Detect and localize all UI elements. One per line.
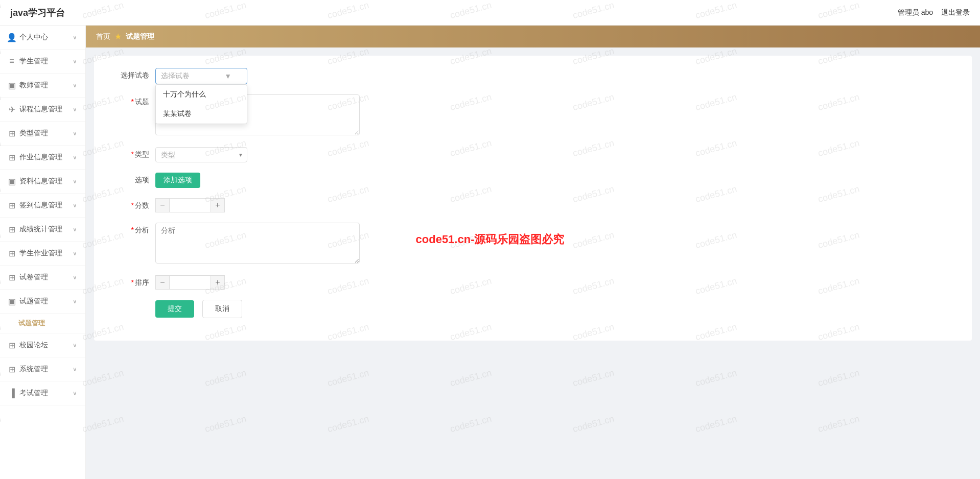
header: java学习平台 管理员 abo 退出登录 bbox=[0, 0, 980, 26]
type-label: 类型 bbox=[114, 147, 155, 159]
sidebar-label-student-hw: 学生作业管理 bbox=[19, 249, 62, 258]
chevron-system: ∨ bbox=[73, 366, 77, 373]
form-row-order: 排序 − + bbox=[114, 275, 951, 290]
sidebar-item-personal[interactable]: 👤 个人中心 ∨ bbox=[0, 26, 85, 50]
chevron-checkin: ∨ bbox=[73, 202, 77, 209]
sidebar-label-score: 成绩统计管理 bbox=[19, 225, 62, 234]
sidebar-item-teacher[interactable]: ▣ 教师管理 ∨ bbox=[0, 74, 85, 98]
sidebar-sub-label-question-mgmt: 试题管理 bbox=[18, 319, 45, 327]
score-stepper: − + bbox=[155, 198, 360, 212]
add-option-button[interactable]: 添加选项 bbox=[155, 173, 200, 188]
sidebar-item-course[interactable]: ✈ 课程信息管理 ∨ bbox=[0, 98, 85, 122]
sidebar-label-course: 课程信息管理 bbox=[19, 105, 62, 114]
chevron-student: ∨ bbox=[73, 58, 77, 65]
exam-dropdown-container: 选择试卷 ▼ 十万个为什么 某某试卷 bbox=[155, 68, 247, 84]
exam-dropdown-arrow: ▼ bbox=[224, 72, 231, 80]
options-label: 选项 bbox=[114, 173, 155, 185]
sidebar-label-exam-paper: 试卷管理 bbox=[19, 273, 48, 282]
options-control: 添加选项 bbox=[155, 173, 360, 188]
sidebar-item-checkin[interactable]: ⊞ 签到信息管理 ∨ bbox=[0, 194, 85, 218]
sidebar-item-homework[interactable]: ⊞ 作业信息管理 ∨ bbox=[0, 146, 85, 170]
form-row-type: 类型 类型 bbox=[114, 147, 951, 162]
type-icon: ⊞ bbox=[8, 130, 15, 137]
main-content: 首页 ★ 试题管理 选择试卷 选择试卷 ▼ 十万个为什么 某某试卷 bbox=[86, 26, 980, 479]
sidebar-label-teacher: 教师管理 bbox=[19, 81, 48, 90]
breadcrumb-home[interactable]: 首页 bbox=[96, 32, 110, 41]
chevron-personal: ∨ bbox=[73, 34, 77, 41]
system-icon: ⊞ bbox=[8, 366, 15, 373]
sidebar-item-system[interactable]: ⊞ 系统管理 ∨ bbox=[0, 357, 85, 381]
sidebar-label-exam-mgmt: 考试管理 bbox=[19, 389, 48, 398]
sidebar-item-exam-paper[interactable]: ⊞ 试卷管理 ∨ bbox=[0, 266, 85, 290]
logout-button[interactable]: 退出登录 bbox=[941, 8, 970, 17]
actions-label-spacer bbox=[114, 300, 155, 303]
sidebar-item-type[interactable]: ⊞ 类型管理 ∨ bbox=[0, 122, 85, 146]
order-stepper: − + bbox=[155, 275, 360, 290]
order-input[interactable] bbox=[170, 275, 211, 290]
score-input[interactable] bbox=[170, 198, 211, 212]
type-select-wrapper: 类型 bbox=[155, 147, 247, 162]
app-title: java学习平台 bbox=[10, 7, 65, 19]
exam-dropdown-menu: 十万个为什么 某某试卷 bbox=[155, 84, 247, 124]
order-control: − + bbox=[155, 275, 360, 290]
score-label: 分数 bbox=[114, 198, 155, 210]
sidebar-item-exam-mgmt[interactable]: ▐ 考试管理 ∨ bbox=[0, 381, 85, 405]
sidebar-item-question[interactable]: ▣ 试题管理 ∨ bbox=[0, 290, 85, 314]
sidebar-item-student-hw[interactable]: ⊞ 学生作业管理 ∨ bbox=[0, 242, 85, 266]
chevron-resource: ∨ bbox=[73, 178, 77, 185]
chevron-student-hw: ∨ bbox=[73, 250, 77, 257]
exam-option-2[interactable]: 某某试卷 bbox=[156, 104, 247, 124]
breadcrumb-bar: 首页 ★ 试题管理 bbox=[86, 26, 980, 47]
sidebar-sub-item-question-mgmt[interactable]: 试题管理 bbox=[0, 314, 85, 333]
score-icon: ⊞ bbox=[8, 226, 15, 233]
submit-button[interactable]: 提交 bbox=[155, 300, 194, 318]
order-label: 排序 bbox=[114, 275, 155, 288]
order-minus-button[interactable]: − bbox=[155, 275, 170, 290]
form-row-analysis: 分析 bbox=[114, 223, 951, 265]
student-icon: ≡ bbox=[8, 58, 15, 65]
header-right: 管理员 abo 退出登录 bbox=[898, 8, 970, 17]
score-plus-button[interactable]: + bbox=[211, 198, 225, 212]
sidebar-label-resource: 资料信息管理 bbox=[19, 177, 62, 186]
homework-icon: ⊞ bbox=[8, 154, 15, 161]
exam-dropdown-placeholder: 选择试卷 bbox=[161, 71, 190, 81]
forum-icon: ⊞ bbox=[8, 342, 15, 349]
form-row-score: 分数 − + bbox=[114, 198, 951, 212]
form-container: 选择试卷 选择试卷 ▼ 十万个为什么 某某试卷 bbox=[94, 56, 972, 341]
admin-label: 管理员 abo bbox=[898, 8, 933, 17]
course-icon: ✈ bbox=[8, 106, 15, 113]
chevron-score: ∨ bbox=[73, 226, 77, 233]
analysis-textarea[interactable] bbox=[155, 223, 360, 264]
exam-dropdown-trigger[interactable]: 选择试卷 ▼ bbox=[155, 68, 247, 84]
chevron-exam-mgmt: ∨ bbox=[73, 390, 77, 397]
student-hw-icon: ⊞ bbox=[8, 250, 15, 257]
actions-control: 提交 取消 bbox=[155, 300, 360, 318]
analysis-label: 分析 bbox=[114, 223, 155, 235]
chevron-course: ∨ bbox=[73, 106, 77, 113]
select-exam-control: 选择试卷 ▼ 十万个为什么 某某试卷 bbox=[155, 68, 360, 84]
score-control: − + bbox=[155, 198, 360, 212]
sidebar-item-forum[interactable]: ⊞ 校园论坛 ∨ bbox=[0, 333, 85, 357]
chevron-exam-paper: ∨ bbox=[73, 274, 77, 281]
exam-option-1[interactable]: 十万个为什么 bbox=[156, 85, 247, 104]
type-select[interactable]: 类型 bbox=[155, 147, 247, 162]
sidebar-item-resource[interactable]: ▣ 资料信息管理 ∨ bbox=[0, 170, 85, 194]
personal-icon: 👤 bbox=[8, 34, 15, 41]
form-row-select-exam: 选择试卷 选择试卷 ▼ 十万个为什么 某某试卷 bbox=[114, 68, 951, 84]
sidebar-item-student[interactable]: ≡ 学生管理 ∨ bbox=[0, 50, 85, 74]
checkin-icon: ⊞ bbox=[8, 202, 15, 209]
form-row-actions: 提交 取消 bbox=[114, 300, 951, 318]
order-plus-button[interactable]: + bbox=[211, 275, 225, 290]
resource-icon: ▣ bbox=[8, 178, 15, 185]
cancel-button[interactable]: 取消 bbox=[202, 300, 242, 318]
breadcrumb-current: 试题管理 bbox=[126, 32, 154, 41]
sidebar-label-personal: 个人中心 bbox=[19, 33, 48, 42]
sidebar-label-type: 类型管理 bbox=[19, 129, 48, 138]
score-minus-button[interactable]: − bbox=[155, 198, 170, 212]
type-control: 类型 bbox=[155, 147, 360, 162]
chevron-homework: ∨ bbox=[73, 154, 77, 161]
sidebar-item-score[interactable]: ⊞ 成绩统计管理 ∨ bbox=[0, 218, 85, 242]
exam-paper-icon: ⊞ bbox=[8, 274, 15, 281]
chevron-question: ∨ bbox=[73, 298, 77, 305]
teacher-icon: ▣ bbox=[8, 82, 15, 89]
